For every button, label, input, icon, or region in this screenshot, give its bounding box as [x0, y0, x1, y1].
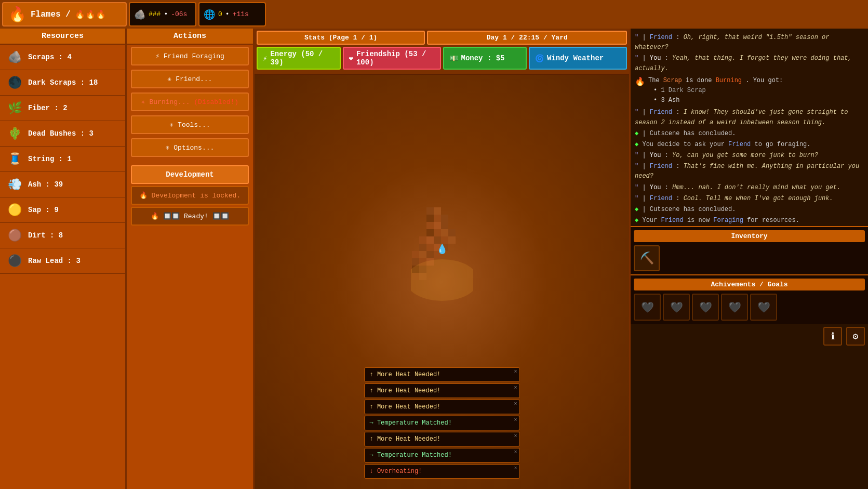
tools-button[interactable]: ✳ Tools...: [131, 115, 249, 134]
counter2-time: +11s: [233, 10, 249, 18]
right-panel: " | Friend : Oh, right, that weird "1.5t…: [629, 29, 868, 489]
small-figure: 💧: [436, 243, 448, 255]
achievements-section: Achivements / Goals 🖤 🖤 🖤 🖤 🖤: [631, 274, 868, 324]
resource-string[interactable]: 🧵 String : 1: [0, 147, 125, 172]
svg-rect-0: [426, 207, 434, 215]
svg-rect-7: [441, 222, 448, 229]
weather-icon: 🌀: [535, 54, 544, 63]
popup-7: ↓ Overheating! ×: [364, 464, 520, 479]
svg-rect-3: [434, 215, 441, 222]
svg-rect-12: [419, 236, 426, 244]
raw-lead-label: Raw Lead : 3: [28, 257, 81, 265]
string-label: String : 1: [28, 155, 72, 163]
settings-button[interactable]: ⚙: [846, 327, 865, 346]
energy-icon: ⚡: [263, 54, 267, 63]
burning-button[interactable]: ✳ Burning... (Disabled!): [131, 92, 249, 111]
counter2-count: 0: [218, 10, 222, 18]
dirt-icon: 🟤: [5, 226, 24, 245]
resource-dead-bushes[interactable]: 🌵 Dead Bushes : 3: [0, 121, 125, 147]
popup-5-text: ↑ More Heat Needed!: [370, 435, 441, 443]
friend-foraging-button[interactable]: ⚡ Friend Foraging: [131, 47, 249, 65]
svg-rect-15: [441, 236, 448, 244]
development-ready[interactable]: 🔥 🔲🔲 Ready! 🔲🔲: [131, 207, 249, 226]
counter1-label: ###: [149, 10, 161, 18]
svg-rect-10: [441, 229, 448, 236]
achievement-5: 🖤: [750, 294, 777, 321]
flame-icon: 🔥: [8, 6, 26, 23]
svg-rect-2: [426, 215, 434, 222]
sap-label: Sap : 9: [28, 206, 59, 214]
ash-icon: 💨: [5, 175, 24, 194]
friendship-stat: ❤️ Friendship (53 / 100): [343, 47, 441, 70]
popup-1: ↑ More Heat Needed! ×: [364, 367, 520, 382]
counter-2: 🌐 0 • +11s: [198, 2, 266, 27]
svg-rect-5: [426, 222, 434, 229]
friend-button[interactable]: ✳ Friend...: [131, 70, 249, 88]
top-bar: 🔥 Flames / 🔥🔥🔥 🪨 ### • -06s 🌐 0 • +11s: [0, 0, 868, 29]
chat-line-2: " | You : Yeah, that thing. I forgot the…: [635, 54, 864, 73]
chat-area: " | Friend : Oh, right, that weird "1.5t…: [631, 29, 868, 226]
resource-dark-scraps[interactable]: 🌑 Dark Scraps : 18: [0, 70, 125, 96]
info-button[interactable]: ℹ: [823, 327, 842, 346]
settings-icon: ⚙: [853, 331, 859, 342]
day-display: Day 1 / 22:15 / Yard: [427, 31, 627, 45]
counter2-icon: 🌐: [204, 9, 215, 20]
fiber-icon: 🌿: [5, 99, 24, 117]
development-header: Development: [131, 165, 249, 184]
svg-point-32: [411, 259, 473, 301]
inventory-slot-pickaxe[interactable]: ⛏️: [634, 245, 660, 271]
game-view: 💧 ↑ More Heat Needed! × ↑ More Heat Need…: [255, 75, 629, 489]
weather-stat: 🌀 Windy Weather: [529, 47, 627, 70]
bottom-icons: ℹ ⚙: [631, 324, 868, 349]
svg-rect-4: [441, 215, 448, 222]
resource-sap[interactable]: 🟡 Sap : 9: [0, 197, 125, 223]
resource-ash[interactable]: 💨 Ash : 39: [0, 172, 125, 197]
energy-stat: ⚡ Energy (50 / 39): [257, 47, 341, 70]
info-icon: ℹ: [831, 331, 835, 342]
popup-5-close[interactable]: ×: [514, 433, 517, 439]
resource-raw-lead[interactable]: ⚫ Raw Lead : 3: [0, 248, 125, 274]
chat-line-1: " | Friend : Oh, right, that weird "1.5t…: [635, 33, 864, 52]
resource-dirt[interactable]: 🟤 Dirt : 8: [0, 223, 125, 248]
achievement-2: 🖤: [663, 294, 690, 321]
inventory-section: Inventory ⛏️: [631, 226, 868, 274]
svg-rect-16: [448, 236, 456, 244]
popup-1-close[interactable]: ×: [514, 369, 517, 375]
popup-7-close[interactable]: ×: [514, 466, 517, 471]
popup-2-close[interactable]: ×: [514, 385, 517, 391]
energy-label: Energy (50 / 39): [270, 50, 334, 67]
fiber-label: Fiber : 2: [28, 104, 68, 112]
popup-2: ↑ More Heat Needed! ×: [364, 384, 520, 398]
money-stat: 💵 Money : $5: [443, 47, 527, 70]
scrap-visual: [411, 207, 473, 332]
chat-line-3: 🔥 The Scrap is done Burning . You got: •…: [635, 76, 864, 106]
chat-line-9: " | You : Hmm... nah. I don't really min…: [635, 183, 864, 193]
main-area: Resources 🪨 Scraps : 4 🌑 Dark Scraps : 1…: [0, 29, 868, 489]
weather-label: Windy Weather: [547, 54, 604, 62]
svg-rect-18: [426, 244, 434, 251]
popup-3: ↑ More Heat Needed! ×: [364, 400, 520, 414]
resources-header: Resources: [0, 29, 125, 45]
friend-name-1: Friend: [650, 34, 672, 41]
actions-panel: Actions ⚡ Friend Foraging ✳ Friend... ✳ …: [127, 29, 255, 489]
popup-3-close[interactable]: ×: [514, 401, 517, 407]
inventory-grid: ⛏️: [634, 245, 865, 271]
actions-header: Actions: [127, 29, 253, 45]
resource-scraps[interactable]: 🪨 Scraps : 4: [0, 45, 125, 70]
counter1-dot: •: [164, 10, 168, 18]
svg-rect-1: [434, 207, 441, 215]
resource-fiber[interactable]: 🌿 Fiber : 2: [0, 96, 125, 121]
achievements-grid: 🖤 🖤 🖤 🖤 🖤: [634, 294, 865, 321]
popup-6-close[interactable]: ×: [514, 450, 517, 455]
svg-rect-6: [434, 222, 441, 229]
popup-4-close[interactable]: ×: [514, 417, 517, 423]
options-button[interactable]: ✳ Options...: [131, 138, 249, 157]
popup-3-text: ↑ More Heat Needed!: [370, 403, 441, 411]
inventory-header: Inventory: [634, 230, 865, 242]
popup-6-text: → Temperature Matched!: [370, 452, 452, 459]
dirt-label: Dirt : 8: [28, 231, 63, 240]
chat-line-12: ◆ Your Friend is now Foraging for resour…: [635, 216, 864, 226]
flames-label: Flames /: [31, 10, 71, 19]
svg-rect-17: [419, 244, 426, 251]
counter1-icon: 🪨: [134, 9, 145, 20]
